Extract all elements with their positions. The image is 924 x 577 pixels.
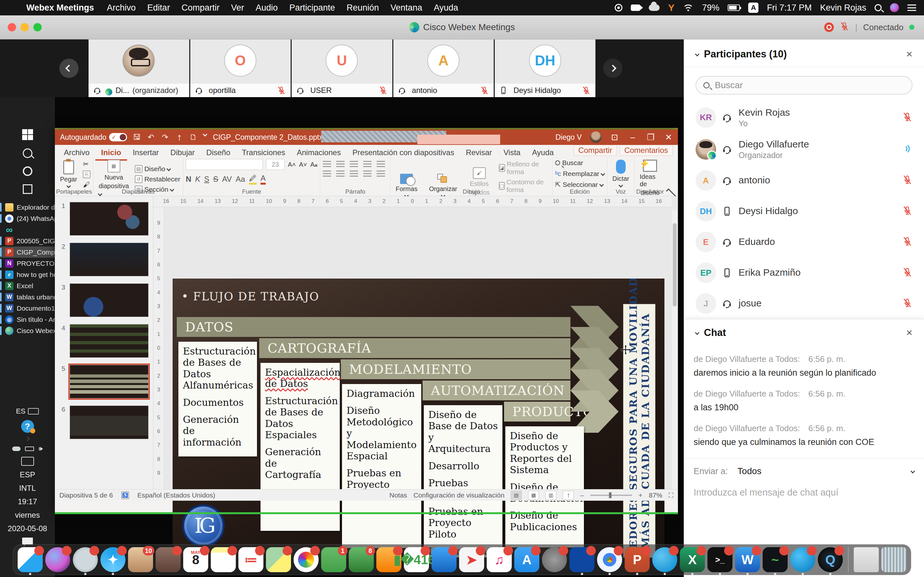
- ppt-user-avatar[interactable]: [590, 131, 602, 143]
- bullets-button[interactable]: [323, 161, 331, 168]
- dictate-button[interactable]: Dictar: [610, 159, 632, 187]
- notes-button[interactable]: Notas: [389, 492, 407, 499]
- chat-input-area[interactable]: [684, 484, 924, 501]
- restore-button[interactable]: ❐: [646, 132, 656, 142]
- participant-row[interactable]: A antonio: [684, 165, 924, 196]
- tray-expand-chevron[interactable]: [25, 437, 29, 441]
- battery-tray-icon[interactable]: [25, 446, 34, 451]
- dock-icon[interactable]: X: [680, 547, 705, 572]
- dock-icon[interactable]: [431, 547, 457, 572]
- participants-header[interactable]: Participantes (10) ×: [684, 39, 924, 67]
- slide-thumbnail[interactable]: 2: [69, 243, 149, 276]
- display-settings-button[interactable]: Configuración de visualización: [414, 492, 505, 499]
- dock-icon[interactable]: 1: [321, 547, 346, 572]
- participant-video-tile[interactable]: Di... (organizador): [89, 39, 189, 97]
- participant-video-tile[interactable]: DH Deysi Hidalgo: [495, 39, 596, 97]
- participant-video-tile[interactable]: O oportilla: [190, 39, 291, 97]
- next-participants-button[interactable]: [603, 59, 622, 78]
- menubar-item[interactable]: Ventana: [384, 3, 428, 13]
- participant-row[interactable]: EP Erika Pazmiño: [684, 258, 924, 288]
- dock-icon[interactable]: [542, 547, 567, 572]
- menubar-item[interactable]: Compartir: [176, 3, 226, 13]
- shrink-font-button[interactable]: A˅: [299, 161, 307, 168]
- taskbar-app[interactable]: ∞: [0, 224, 55, 235]
- redo-icon[interactable]: ↷: [161, 133, 170, 142]
- dock-icon[interactable]: [45, 547, 70, 572]
- slide-thumbnail[interactable]: 6: [69, 406, 149, 439]
- columns-button[interactable]: [376, 171, 385, 177]
- vertical-scrollbar[interactable]: [672, 210, 677, 492]
- help-tray-icon[interactable]: ?: [21, 420, 34, 433]
- paste-button[interactable]: Pegar: [57, 160, 79, 188]
- reading-view-button[interactable]: ▥: [545, 491, 556, 500]
- numbering-button[interactable]: [336, 161, 344, 168]
- bold-button[interactable]: N: [186, 175, 191, 184]
- siri-icon[interactable]: [890, 3, 899, 12]
- dock-icon[interactable]: [294, 547, 318, 572]
- close-participants-icon[interactable]: ×: [906, 48, 913, 60]
- undo-icon[interactable]: ↶: [147, 133, 155, 142]
- camera-status-icon[interactable]: [631, 5, 640, 11]
- dock-icon[interactable]: ➤: [459, 547, 484, 572]
- taskbar-app[interactable]: ◎ Sin título - Arc...: [0, 314, 55, 325]
- dock-icon[interactable]: [569, 547, 594, 572]
- save-icon[interactable]: 🖫: [133, 133, 141, 142]
- layout-button[interactable]: ▤Diseño: [135, 165, 180, 173]
- zoom-level[interactable]: 87%: [649, 492, 662, 499]
- align-left-button[interactable]: [323, 171, 331, 177]
- strikethrough-button[interactable]: S: [213, 175, 218, 184]
- dock-icon[interactable]: [73, 547, 98, 572]
- participant-row[interactable]: E Eduardo: [684, 227, 924, 258]
- dock-icon[interactable]: 8: [349, 547, 374, 572]
- clear-format-button[interactable]: A𝄪: [310, 161, 317, 168]
- input-source-badge[interactable]: A: [748, 3, 758, 13]
- keyboard-layout-2[interactable]: INTL: [19, 484, 36, 493]
- menubar-user[interactable]: Kevin Rojas: [820, 3, 866, 13]
- zoom-out-button[interactable]: –: [580, 492, 584, 499]
- cortana-button[interactable]: [23, 166, 32, 176]
- mic-muted-icon[interactable]: [902, 205, 913, 216]
- taskbar-app[interactable]: (24) WhatsApp...: [0, 213, 55, 224]
- slide[interactable]: • FLUJO DE TRABAJO DATOS CARTOGRAFÍA MOD…: [173, 279, 664, 558]
- taskbar-app[interactable]: Explorador de a...: [0, 201, 55, 213]
- slideshow-icon[interactable]: 𝥦: [175, 133, 184, 142]
- cut-button[interactable]: ✂: [83, 160, 90, 168]
- keyboard-layout-1[interactable]: ESP: [19, 470, 35, 479]
- normal-view-button[interactable]: ▤: [511, 491, 522, 500]
- send-to-chevron[interactable]: [911, 469, 915, 474]
- dock-icon[interactable]: [881, 547, 906, 572]
- participant-row[interactable]: KR Kevin Rojas Yo: [684, 102, 924, 133]
- mic-muted-icon[interactable]: [902, 298, 913, 308]
- language-indicator[interactable]: ES: [16, 407, 25, 416]
- share-button[interactable]: Compartir: [573, 145, 617, 156]
- mic-muted-icon[interactable]: [902, 267, 913, 277]
- dock-icon[interactable]: P: [625, 547, 650, 572]
- slide-thumbnail[interactable]: 3: [69, 284, 149, 317]
- search-input[interactable]: [715, 80, 905, 90]
- quick-access-toolbar[interactable]: 🖫 ↶ ↷ 𝥦 🗋: [133, 133, 207, 142]
- justify-button[interactable]: [363, 171, 372, 177]
- windows-start-button[interactable]: [22, 129, 33, 140]
- dock-icon[interactable]: Q: [818, 547, 843, 572]
- zoom-window-button[interactable]: [33, 23, 42, 31]
- taskbar-app[interactable]: N PROYECTOS - ...: [0, 258, 55, 269]
- menubar-item[interactable]: Ayuda: [428, 3, 464, 13]
- participant-video-tile[interactable]: U USER: [292, 39, 393, 97]
- wifi-icon[interactable]: [683, 4, 694, 11]
- minimize-button[interactable]: –: [628, 132, 638, 142]
- dock-icon[interactable]: W: [735, 547, 760, 572]
- dock-icon[interactable]: ~: [762, 547, 788, 572]
- dock-icon[interactable]: 10: [128, 547, 153, 572]
- recording-indicator-icon[interactable]: [824, 23, 834, 32]
- taskbar-app[interactable]: P CIGP_Compone...: [0, 247, 55, 258]
- window-controls[interactable]: [0, 23, 42, 31]
- slide-thumbnail[interactable]: 4: [69, 324, 149, 358]
- mic-muted-icon[interactable]: [840, 21, 849, 33]
- zoom-slider[interactable]: [590, 495, 632, 496]
- taskbar-app[interactable]: W Documento1 -...: [0, 303, 55, 314]
- dock-icon[interactable]: [790, 547, 815, 572]
- line-spacing-button[interactable]: [376, 161, 385, 168]
- new-file-icon[interactable]: 🗋: [189, 133, 198, 142]
- close-window-button[interactable]: [8, 23, 16, 31]
- font-name-select[interactable]: [186, 159, 263, 170]
